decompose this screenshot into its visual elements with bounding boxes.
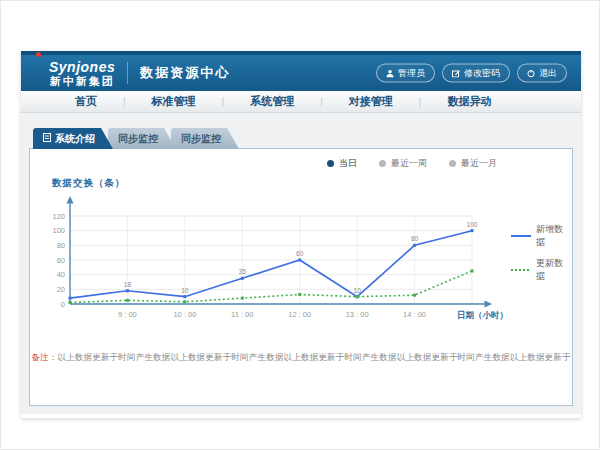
legend-item-updated-data[interactable]: 更新数据 [511,257,572,283]
svg-text:12 : 00: 12 : 00 [288,310,311,319]
svg-text:20: 20 [57,285,65,294]
svg-text:60: 60 [57,256,65,265]
green-dotted-line-icon [511,268,531,272]
logo-text: Synjones [49,60,115,74]
screenshot-canvas: Synjones 新中新集团 数据资源中心 管理员 修改密码 [0,0,600,450]
time-filter-option[interactable]: 最近一周 [379,157,427,170]
nav-separator: | [222,96,225,107]
svg-text:80: 80 [411,235,419,242]
legend-item-new-data[interactable]: 新增数据 [511,223,572,249]
note-label: 备注： [31,352,57,362]
svg-text:11 : 00: 11 : 00 [231,310,253,319]
svg-text:0: 0 [61,300,65,309]
nav-item-system-mgmt[interactable]: 系统管理 [246,94,298,109]
blue-line-icon [511,234,531,238]
document-icon [43,133,51,144]
time-filter-option[interactable]: 最近一月 [449,157,497,170]
logout-button[interactable]: 退出 [517,64,567,83]
edit-icon [452,69,460,77]
tab-label: 系统介绍 [55,132,95,146]
current-user-button[interactable]: 管理员 [376,64,435,83]
header-divider [127,62,128,84]
tab-system-intro[interactable]: 系统介绍 [33,128,113,149]
nav-separator: | [419,96,422,107]
radio-icon [449,160,456,167]
chart-row: 0204060801001209 : 0010 : 0011 : 0012 : … [30,192,572,332]
time-filter-group: 当日 最近一周 最近一月 [30,149,572,170]
nav-separator: | [123,96,126,107]
nav-separator: | [320,96,323,107]
svg-text:35: 35 [239,268,247,275]
radio-icon [327,160,334,167]
content-area: 系统介绍 同步监控 同步监控 当日 最 [21,113,581,414]
svg-text:10 : 00: 10 : 00 [173,310,196,319]
radio-icon [379,160,386,167]
y-axis-label: 数据交换（条） [52,177,572,190]
tab-label: 同步监控 [181,132,221,146]
svg-text:100: 100 [52,226,65,235]
svg-text:18: 18 [124,281,132,288]
footer-note: 备注：以上数据更新于时间产生数据以上数据更新于时间产生数据以上数据更新于时间产生… [30,352,572,364]
svg-text:60: 60 [296,250,304,257]
tab-label: 同步监控 [118,132,158,146]
svg-text:10: 10 [354,287,362,294]
logout-label: 退出 [539,67,557,80]
svg-text:100: 100 [467,221,478,228]
svg-text:日期（小时）: 日期（小时） [457,310,508,320]
chart-panel: 当日 最近一周 最近一月 数据交换（条） 0204060801001209 : [29,148,573,406]
tab-sync-monitor-2[interactable]: 同步监控 [171,128,239,149]
tab-sync-monitor-1[interactable]: 同步监控 [108,128,176,149]
logo-subtext: 新中新集团 [50,76,115,87]
user-icon [386,69,394,77]
svg-text:40: 40 [57,270,65,279]
header-user-actions: 管理员 修改密码 退出 [376,64,567,83]
header-bar: Synjones 新中新集团 数据资源中心 管理员 修改密码 [21,51,581,91]
nav-item-data-change[interactable]: 数据异动 [443,94,495,109]
svg-text:120: 120 [52,212,65,221]
power-icon [527,69,535,77]
logo-red-dot-icon [36,52,41,57]
current-user-label: 管理员 [398,67,425,80]
change-password-label: 修改密码 [464,67,500,80]
svg-text:80: 80 [57,241,65,250]
nav-item-standard-mgmt[interactable]: 标准管理 [148,94,200,109]
nav-item-interface-mgmt[interactable]: 对接管理 [345,94,397,109]
svg-text:10: 10 [181,287,189,294]
time-filter-option[interactable]: 当日 [327,157,357,170]
line-chart: 0204060801001209 : 0010 : 0011 : 0012 : … [40,192,509,332]
app-window: Synjones 新中新集团 数据资源中心 管理员 修改密码 [21,51,581,418]
main-nav: 首页 | 标准管理 | 系统管理 | 对接管理 | 数据异动 [21,91,581,113]
page-title: 数据资源中心 [140,64,230,82]
svg-text:14 : 00: 14 : 00 [403,310,426,319]
svg-text:9 : 00: 9 : 00 [118,310,137,319]
chart-legend: 新增数据 更新数据 [511,223,572,283]
note-text: 以上数据更新于时间产生数据以上数据更新于时间产生数据以上数据更新于时间产生数据以… [57,352,570,362]
tab-bar: 系统介绍 同步监控 同步监控 [21,113,581,149]
nav-item-home[interactable]: 首页 [71,94,101,109]
company-logo: Synjones 新中新集团 [49,60,115,87]
change-password-button[interactable]: 修改密码 [442,64,510,83]
svg-text:13 : 00: 13 : 00 [346,310,369,319]
